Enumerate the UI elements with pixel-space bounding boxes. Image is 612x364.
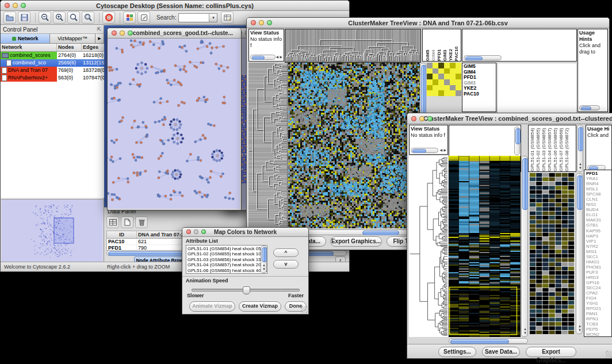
table-mode-icon[interactable] xyxy=(106,216,119,228)
move-down-button[interactable]: v xyxy=(273,260,299,269)
matrix-cell[interactable] xyxy=(450,90,456,96)
matrix-cell[interactable] xyxy=(456,68,461,74)
close-button[interactable] xyxy=(5,3,10,8)
scroll-up-icon[interactable]: ▲ xyxy=(262,263,266,267)
matrix-cell[interactable] xyxy=(456,79,461,85)
matrix-cell[interactable] xyxy=(438,85,444,91)
vizmapper-icon[interactable] xyxy=(123,12,136,24)
tv2-gene-label[interactable]: VIP1 xyxy=(586,239,610,244)
matrix-cell[interactable] xyxy=(438,63,444,68)
tv2-gene-label[interactable]: ELG1 xyxy=(586,212,610,217)
tv1-gene-dendrogram[interactable] xyxy=(248,63,288,228)
close-button[interactable] xyxy=(186,229,191,234)
scroll-left-icon[interactable]: ◀ xyxy=(439,148,442,152)
matrix-cell[interactable] xyxy=(433,85,438,91)
tv2-zoom-heatmap-canvas[interactable] xyxy=(530,173,575,334)
tv2-gene-label[interactable]: SPC98 xyxy=(586,191,610,197)
scroll-down-icon[interactable]: ▼ xyxy=(523,331,527,335)
tv2-gene-label[interactable]: TCB3 xyxy=(586,321,610,327)
new-attribute-icon[interactable] xyxy=(121,216,133,228)
delete-attribute-icon[interactable] xyxy=(135,216,148,228)
attribute-list-item[interactable]: GPL51-03 (GSM856) heat shock 15 min xyxy=(188,257,266,262)
tv2-gene-label[interactable]: FIG4 xyxy=(586,296,610,301)
tv1-label-hscrollbar[interactable] xyxy=(464,55,502,60)
main-titlebar[interactable]: Cytoscape Desktop (Session Name: collins… xyxy=(1,1,349,11)
chevron-down-icon[interactable]: ▼ xyxy=(209,14,217,22)
matrix-cell[interactable] xyxy=(433,74,438,79)
network-list-row[interactable]: combined_sco2569(6)13112(15) xyxy=(1,59,104,67)
matrix-cell[interactable] xyxy=(433,90,438,96)
matrix-cell[interactable] xyxy=(450,68,456,74)
tv2-gene-label[interactable]: HMG1 xyxy=(586,259,610,265)
matrix-cell[interactable] xyxy=(444,90,450,96)
scroll-left-icon[interactable]: ◀ xyxy=(276,55,278,59)
slider-handle[interactable] xyxy=(243,286,250,294)
tv2-gene-label[interactable]: YRA1 xyxy=(586,176,610,181)
zoom-out-icon[interactable] xyxy=(39,12,51,24)
tv2-heatmap-canvas[interactable] xyxy=(449,156,521,337)
matrix-cell[interactable] xyxy=(438,90,444,96)
attribute-list-item[interactable]: GPL51-06 (GSM865) heat shock 40 min xyxy=(188,268,266,273)
matrix-cell[interactable] xyxy=(433,63,438,68)
help-lifebuoy-icon[interactable] xyxy=(102,12,115,24)
tab-network[interactable]: Network xyxy=(1,34,50,43)
network-list-row[interactable]: RNAPuberNov2+563(0)107847(0) xyxy=(1,74,104,82)
tv2-gene-label[interactable]: MSI1 xyxy=(586,249,610,254)
tv2-gene-label[interactable]: NIS1 xyxy=(586,202,610,207)
minimize-button[interactable] xyxy=(13,3,18,8)
tv2-gene-label[interactable]: GTB1 xyxy=(586,223,610,228)
tv2-gene-label[interactable]: PAN1 xyxy=(586,311,610,316)
zoom-button[interactable] xyxy=(201,229,206,234)
zoom-button[interactable] xyxy=(267,20,272,25)
tv2-gene-label[interactable]: CLN1 xyxy=(586,197,610,202)
matrix-cell[interactable] xyxy=(450,63,456,68)
tv2-heatmap-vscrollbar[interactable]: ▲ ▼ xyxy=(521,156,528,337)
matrix-cell[interactable] xyxy=(433,68,438,74)
matrix-cell[interactable] xyxy=(427,85,433,91)
tv2-gene-label[interactable]: SEC1 xyxy=(586,254,610,259)
tab-vizmapper[interactable]: VizMapper™ xyxy=(50,34,95,43)
matrix-cell[interactable] xyxy=(456,90,461,96)
network-list-row[interactable]: DNA and Tran 07769(0)183728(0) xyxy=(1,67,104,74)
scroll-right-icon[interactable]: ▶ xyxy=(443,148,446,152)
move-up-button[interactable]: ^ xyxy=(273,248,299,257)
tv2-gene-label[interactable]: RNR4 xyxy=(586,181,610,186)
zoom-button[interactable] xyxy=(128,30,133,36)
minimize-button[interactable] xyxy=(419,116,424,121)
matrix-cell[interactable] xyxy=(427,68,433,74)
tv2-gene-label[interactable]: MAK31 xyxy=(586,217,610,223)
close-button[interactable] xyxy=(112,30,117,36)
network-list-row[interactable]: combined_scores2764(0)16218(0) xyxy=(1,52,104,59)
tv2-coltree-vscrollbar[interactable] xyxy=(514,127,520,155)
attribute-list[interactable]: GPL51-01 (GSM854) heat shock 05 minGPL51… xyxy=(186,245,267,274)
create-vizmap-button[interactable]: Create Vizmap xyxy=(239,301,281,312)
tv2-gene-label[interactable]: PHO81 xyxy=(586,265,610,270)
matrix-cell[interactable] xyxy=(427,79,433,85)
matrix-cell[interactable] xyxy=(456,63,461,68)
tv2-gene-label[interactable]: RPO21 xyxy=(586,306,610,311)
tv1-zoom-matrix[interactable] xyxy=(427,63,461,96)
matrix-cell[interactable] xyxy=(444,85,450,91)
matrix-cell[interactable] xyxy=(444,74,450,79)
dialog-titlebar[interactable]: Map Colors to Network xyxy=(182,228,308,237)
minimize-button[interactable] xyxy=(194,229,198,234)
tv1-usage-hscrollbar[interactable] xyxy=(579,105,600,110)
tv2-gene-label[interactable]: RPN1 xyxy=(586,316,610,321)
search-combobox[interactable]: ▼ xyxy=(178,13,217,22)
matrix-cell[interactable] xyxy=(438,79,444,85)
tv2-gene-label[interactable]: YSH1 xyxy=(586,301,610,306)
scroll-down-icon[interactable]: ▼ xyxy=(262,267,266,271)
tv2-gene-label[interactable]: HAP3 xyxy=(586,233,610,239)
matrix-cell[interactable] xyxy=(427,63,433,68)
matrix-cell[interactable] xyxy=(427,74,433,79)
animate-vizmap-button[interactable]: Animate Vizmap xyxy=(189,301,235,312)
tv2-gene-label[interactable]: HRD3 xyxy=(586,275,610,280)
attribute-list-item[interactable]: GPL51-01 (GSM854) heat shock 05 min xyxy=(188,246,266,251)
tv2-gene-label[interactable]: BUD4 xyxy=(586,207,610,212)
matrix-cell[interactable] xyxy=(438,74,444,79)
zoom-button[interactable] xyxy=(21,3,26,8)
matrix-cell[interactable] xyxy=(444,79,450,85)
scroll-down-icon[interactable]: ▼ xyxy=(579,166,582,170)
tv2-zoom-vscrollbar[interactable]: ▲ ▼ xyxy=(576,173,583,334)
scroll-up-icon[interactable]: ▲ xyxy=(523,327,527,331)
